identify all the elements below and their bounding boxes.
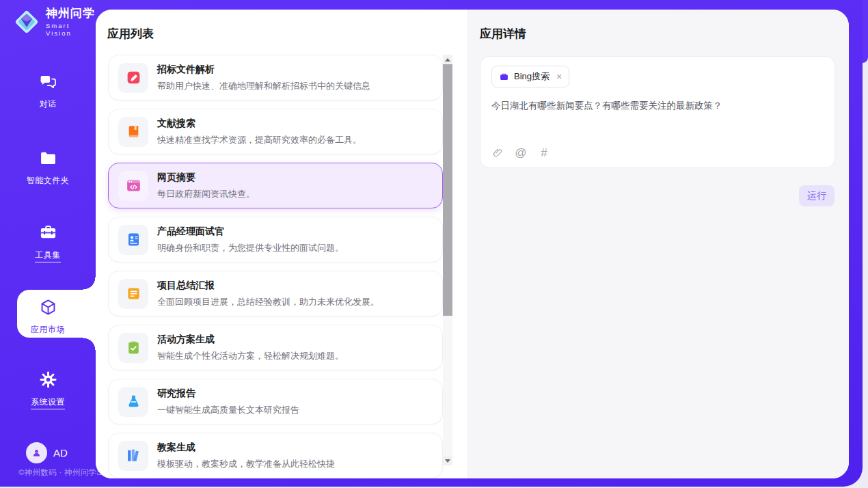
app-detail-panel: 应用详情 Bing搜索 × 今日湖北有哪些新闻要点？有哪些需要关注的最新政策？ — [467, 10, 849, 478]
paperclip-icon[interactable] — [491, 146, 504, 159]
app-card-text: 研究报告一键智能生成高质量长文本研究报告 — [157, 388, 299, 416]
app-card-text: 教案生成模板驱动，教案秒成，教学准备从此轻松快捷 — [157, 442, 335, 470]
run-button[interactable]: 运行 — [799, 185, 835, 206]
app-list-panel: 应用列表 招标文件解析帮助用户快速、准确地理解和解析招标书中的关键信息文献搜索快… — [96, 10, 467, 478]
app-card-description: 一键智能生成高质量长文本研究报告 — [157, 404, 299, 416]
gem-logo-icon — [12, 8, 41, 36]
app-card-research[interactable]: 研究报告一键智能生成高质量长文本研究报告 — [108, 379, 443, 424]
list-scrollbar[interactable] — [443, 55, 452, 465]
webpage-icon — [118, 171, 148, 201]
sidebar-item-label: 系统设置 — [31, 396, 65, 409]
app-card-title: 教案生成 — [157, 442, 335, 454]
lesson-icon — [118, 441, 148, 471]
app-card-interview[interactable]: 产品经理面试官明确身份和职责，为您提供专业性的面试问题。 — [108, 217, 443, 262]
brand-name: 神州问学 — [46, 8, 96, 21]
app-card-description: 帮助用户快速、准确地理解和解析招标书中的关键信息 — [157, 80, 370, 92]
tool-chip-label: Bing搜索 — [514, 70, 550, 83]
activity-icon — [118, 333, 148, 363]
bid-parse-icon — [118, 63, 148, 93]
app-card-text: 招标文件解析帮助用户快速、准确地理解和解析招标书中的关键信息 — [157, 64, 370, 92]
sidebar-item-label: 工具集 — [35, 249, 61, 262]
app-card-title: 活动方案生成 — [157, 334, 344, 346]
window-frame-edge — [863, 0, 868, 63]
gear-icon — [39, 370, 57, 392]
app-card-text: 文献搜索快速精准查找学术资源，提高研究效率的必备工具。 — [157, 118, 362, 146]
scrollbar-up-button[interactable] — [443, 55, 452, 64]
app-card-summary[interactable]: 项目总结汇报全面回顾项目进展，总结经验教训，助力未来优化发展。 — [108, 271, 443, 316]
app-card-literature[interactable]: 文献搜索快速精准查找学术资源，提高研究效率的必备工具。 — [108, 109, 443, 154]
sidebar-item-toolset[interactable]: 工具集 — [0, 223, 96, 262]
query-text[interactable]: 今日湖北有哪些新闻要点？有哪些需要关注的最新政策？ — [491, 99, 824, 146]
app-card-text: 活动方案生成智能生成个性化活动方案，轻松解决规划难题。 — [157, 334, 344, 362]
user-icon — [31, 447, 42, 459]
app-card-title: 网页摘要 — [157, 172, 255, 184]
content-area: 应用列表 招标文件解析帮助用户快速、准确地理解和解析招标书中的关键信息文献搜索快… — [96, 10, 849, 478]
app-card-title: 产品经理面试官 — [157, 226, 344, 238]
chat-icon — [39, 72, 57, 94]
app-card-description: 明确身份和职责，为您提供专业性的面试问题。 — [157, 242, 344, 254]
app-list-title: 应用列表 — [107, 26, 154, 42]
app-card-title: 研究报告 — [157, 388, 299, 400]
sidebar-item-label: 对话 — [40, 98, 57, 110]
brand-subtitle: Smart Vision — [46, 22, 96, 37]
sidebar-item-label: 应用市场 — [31, 324, 65, 336]
app-card-description: 智能生成个性化活动方案，轻松解决规划难题。 — [157, 350, 344, 362]
app-list: 招标文件解析帮助用户快速、准确地理解和解析招标书中的关键信息文献搜索快速精准查找… — [108, 55, 443, 478]
sidebar-item-label: 智能文件夹 — [27, 175, 70, 187]
app-card-lesson[interactable]: 教案生成模板驱动，教案秒成，教学准备从此轻松快捷 — [108, 433, 443, 478]
active-nav-pill-connector-bottom — [83, 338, 96, 350]
prompt-card: Bing搜索 × 今日湖北有哪些新闻要点？有哪些需要关注的最新政策？ @ # — [480, 56, 835, 168]
interview-icon — [118, 225, 148, 255]
sidebar-item-smart-folder[interactable]: 智能文件夹 — [0, 149, 96, 187]
scrollbar-down-button[interactable] — [443, 456, 452, 465]
prompt-toolbar: @ # — [491, 146, 824, 159]
app-card-description: 每日政府新闻资讯快查。 — [157, 188, 255, 200]
tool-chip-bing-search[interactable]: Bing搜索 × — [491, 66, 569, 87]
app-card-description: 模板驱动，教案秒成，教学准备从此轻松快捷 — [157, 458, 335, 470]
brand-logo: 神州问学 Smart Vision — [12, 8, 96, 37]
app-card-activity[interactable]: 活动方案生成智能生成个性化活动方案，轻松解决规划难题。 — [108, 325, 443, 370]
sidebar-item-settings[interactable]: 系统设置 — [0, 370, 96, 409]
research-icon — [118, 387, 148, 417]
briefcase-icon — [499, 72, 509, 82]
summary-icon — [118, 279, 148, 309]
cube-icon — [39, 298, 57, 319]
app-card-description: 全面回顾项目进展，总结经验教训，助力未来优化发展。 — [157, 296, 379, 308]
app-detail-title: 应用详情 — [480, 26, 526, 42]
sidebar-item-chat[interactable]: 对话 — [0, 72, 96, 110]
active-nav-pill-connector-top — [83, 277, 96, 290]
app-card-description: 快速精准查找学术资源，提高研究效率的必备工具。 — [157, 134, 362, 146]
user-avatar[interactable] — [26, 442, 47, 463]
app-card-text: 产品经理面试官明确身份和职责，为您提供专业性的面试问题。 — [157, 226, 344, 254]
app-card-bid-parse[interactable]: 招标文件解析帮助用户快速、准确地理解和解析招标书中的关键信息 — [108, 55, 443, 100]
app-card-text: 项目总结汇报全面回顾项目进展，总结经验教训，助力未来优化发展。 — [157, 280, 379, 308]
app-card-title: 项目总结汇报 — [157, 280, 379, 292]
app-card-title: 招标文件解析 — [157, 64, 370, 76]
toolbox-icon — [39, 223, 57, 245]
chip-close-icon[interactable]: × — [556, 72, 562, 81]
scrollbar-thumb[interactable] — [443, 64, 452, 316]
folder-icon — [39, 149, 57, 170]
user-initials: AD — [53, 447, 68, 459]
app-card-webpage[interactable]: 网页摘要每日政府新闻资讯快查。 — [108, 163, 443, 208]
sidebar: 神州问学 Smart Vision 对话智能文件夹工具集应用市场系统设置 AD … — [0, 0, 96, 487]
app-window: 神州问学 Smart Vision 对话智能文件夹工具集应用市场系统设置 AD … — [0, 0, 868, 488]
topic-hash-icon[interactable]: # — [538, 146, 550, 159]
mention-icon[interactable]: @ — [515, 146, 527, 159]
app-card-title: 文献搜索 — [157, 118, 362, 130]
sidebar-item-app-market[interactable]: 应用市场 — [0, 298, 96, 336]
app-card-text: 网页摘要每日政府新闻资讯快查。 — [157, 172, 255, 200]
literature-icon — [118, 117, 148, 147]
